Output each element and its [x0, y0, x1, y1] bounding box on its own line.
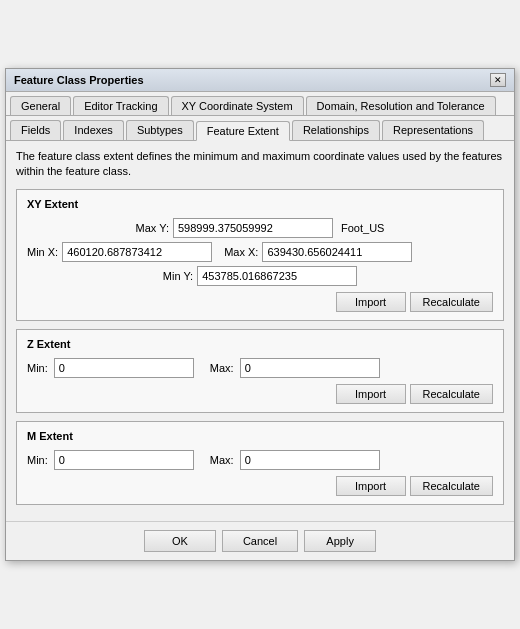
z-recalculate-button[interactable]: Recalculate [410, 384, 493, 404]
window-title: Feature Class Properties [14, 74, 144, 86]
tab-xy-coordinate-system[interactable]: XY Coordinate System [171, 96, 304, 115]
z-max-input[interactable] [240, 358, 380, 378]
max-y-label: Max Y: [136, 222, 169, 234]
max-y-input[interactable] [173, 218, 333, 238]
content-area: The feature class extent defines the min… [6, 141, 514, 522]
m-btn-row: Import Recalculate [27, 476, 493, 496]
tab-editor-tracking[interactable]: Editor Tracking [73, 96, 168, 115]
m-min-input[interactable] [54, 450, 194, 470]
z-min-input[interactable] [54, 358, 194, 378]
tab-subtypes[interactable]: Subtypes [126, 120, 194, 140]
m-recalculate-button[interactable]: Recalculate [410, 476, 493, 496]
xy-btn-row: Import Recalculate [27, 292, 493, 312]
tab-representations[interactable]: Representations [382, 120, 484, 140]
z-btn-row: Import Recalculate [27, 384, 493, 404]
tab-indexes[interactable]: Indexes [63, 120, 124, 140]
tab-general[interactable]: General [10, 96, 71, 115]
xy-extent-group: XY Extent Max Y: Foot_US Min X: Max X: [16, 189, 504, 321]
tab-domain-resolution-tolerance[interactable]: Domain, Resolution and Tolerance [306, 96, 496, 115]
xy-import-button[interactable]: Import [336, 292, 406, 312]
max-y-row: Max Y: Foot_US [27, 218, 493, 238]
m-max-label: Max: [210, 454, 234, 466]
min-max-x-row: Min X: Max X: [27, 242, 493, 262]
z-extent-group: Z Extent Min: Max: Import Recalculate [16, 329, 504, 413]
z-import-button[interactable]: Import [336, 384, 406, 404]
min-y-row: Min Y: [27, 266, 493, 286]
min-x-label: Min X: [27, 246, 58, 258]
z-max-label: Max: [210, 362, 234, 374]
m-extent-title: M Extent [27, 430, 493, 442]
title-bar: Feature Class Properties ✕ [6, 69, 514, 92]
m-extent-group: M Extent Min: Max: Import Recalculate [16, 421, 504, 505]
window: Feature Class Properties ✕ General Edito… [5, 68, 515, 562]
z-min-label: Min: [27, 362, 48, 374]
min-y-input[interactable] [197, 266, 357, 286]
close-button[interactable]: ✕ [490, 73, 506, 87]
min-x-input[interactable] [62, 242, 212, 262]
footer: OK Cancel Apply [6, 521, 514, 560]
tabs-row-1: General Editor Tracking XY Coordinate Sy… [6, 92, 514, 116]
apply-button[interactable]: Apply [304, 530, 376, 552]
tab-fields[interactable]: Fields [10, 120, 61, 140]
xy-recalculate-button[interactable]: Recalculate [410, 292, 493, 312]
description-text: The feature class extent defines the min… [16, 149, 504, 180]
xy-extent-title: XY Extent [27, 198, 493, 210]
max-x-input[interactable] [262, 242, 412, 262]
m-min-label: Min: [27, 454, 48, 466]
m-import-button[interactable]: Import [336, 476, 406, 496]
min-y-label: Min Y: [163, 270, 193, 282]
tab-feature-extent[interactable]: Feature Extent [196, 121, 290, 141]
m-extent-row: Min: Max: [27, 450, 493, 470]
tabs-row-2: Fields Indexes Subtypes Feature Extent R… [6, 116, 514, 141]
z-extent-row: Min: Max: [27, 358, 493, 378]
ok-button[interactable]: OK [144, 530, 216, 552]
cancel-button[interactable]: Cancel [222, 530, 298, 552]
z-extent-title: Z Extent [27, 338, 493, 350]
max-y-unit: Foot_US [341, 222, 384, 234]
xy-layout: Max Y: Foot_US Min X: Max X: Min Y: [27, 218, 493, 286]
m-max-input[interactable] [240, 450, 380, 470]
max-x-label: Max X: [224, 246, 258, 258]
tab-relationships[interactable]: Relationships [292, 120, 380, 140]
